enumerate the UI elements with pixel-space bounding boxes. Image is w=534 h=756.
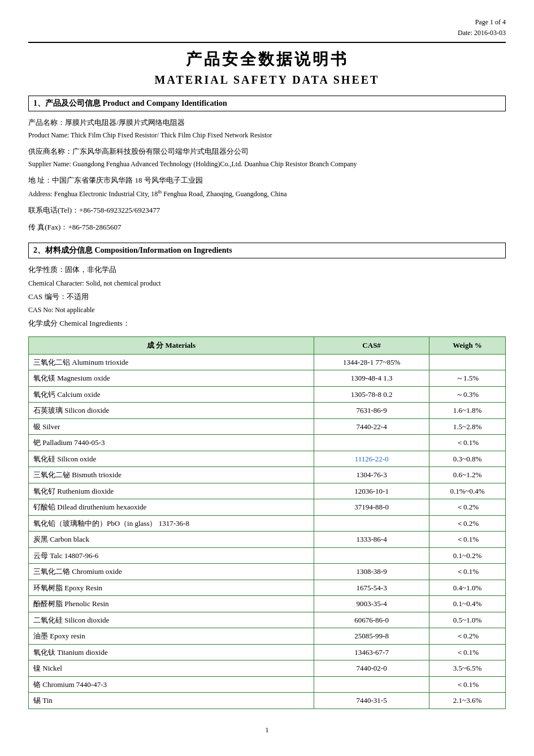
material-cell: 氧化镁 Magnesium oxide xyxy=(29,370,314,387)
cas-cell: 13463-67-7 xyxy=(314,644,429,660)
table-row: 二氧化硅 Silicon dioxide60676-86-00.5~1.0% xyxy=(29,612,506,628)
table-row: 环氧树脂 Epoxy Resin1675-54-30.4~1.0% xyxy=(29,580,506,596)
table-header-row: 成 分 Materials CAS# Weigh % xyxy=(29,336,506,354)
material-cell: 锡 Tin xyxy=(29,693,314,709)
table-row: 三氧化二铋 Bismuth trioxide1304-76-30.6~1.2% xyxy=(29,467,506,483)
cas-cell: 1309-48-4 1.3 xyxy=(314,370,429,387)
table-row: 石英玻璃 Silicon dioxide7631-86-91.6~1.8% xyxy=(29,403,506,419)
cas-cell: 11126-22-0 xyxy=(314,451,429,467)
cas-cell: 1305-78-8 0.2 xyxy=(314,386,429,403)
cas-label-cn: CAS 编号：不适用 xyxy=(28,290,506,304)
address-block: 地 址：中国广东省肇庆市风华路 18 号风华电子工业园 Address: Fen… xyxy=(28,174,506,200)
cas-cell: 60676-86-0 xyxy=(314,612,429,628)
table-row: 钌酸铅 Dilead diruthenium hexaoxide37194-88… xyxy=(29,499,506,516)
material-cell: 二氧化硅 Silicon dioxide xyxy=(29,612,314,628)
chem-char-en: Chemical Character: Solid, not chemical … xyxy=(28,277,506,290)
page: Page 1 of 4 Date: 2016-03-03 产品安全数据说明书 M… xyxy=(0,0,534,756)
product-name-cn: 产品名称：厚膜片式电阻器/厚膜片式网络电阻器 xyxy=(28,116,506,129)
main-title-en: MATERIAL SAFETY DATA SHEET xyxy=(28,74,506,87)
table-row: 氧化钙 Calcium oxide1305-78-8 0.2～0.3% xyxy=(29,386,506,403)
product-name-en: Product Name: Thick Film Chip Fixed Resi… xyxy=(28,129,506,142)
table-row: 氧化铅（玻璃釉中的）PbO（in glass） 1317-36-8＜0.2% xyxy=(29,515,506,532)
weight-cell: 0.4~1.0% xyxy=(429,580,506,596)
table-row: 云母 Talc 14807-96-60.1~0.2% xyxy=(29,547,506,564)
cas-cell xyxy=(314,515,429,532)
table-row: 酚醛树脂 Phenolic Resin9003-35-40.1~0.4% xyxy=(29,596,506,612)
weight-cell: ＜0.2% xyxy=(429,499,506,516)
material-cell: 三氧化二铋 Bismuth trioxide xyxy=(29,467,314,483)
table-row: 钯 Palladium 7440-05-3＜0.1% xyxy=(29,435,506,451)
weight-cell: ～1.5% xyxy=(429,370,506,387)
material-cell: 氧化硅 Silicon oxide xyxy=(29,451,314,467)
table-row: 镍 Nickel7440-02-03.5~6.5% xyxy=(29,660,506,677)
material-cell: 氧化钌 Ruthenium dioxide xyxy=(29,483,314,499)
col-cas: CAS# xyxy=(314,336,429,354)
cas-cell: 9003-35-4 xyxy=(314,596,429,612)
table-row: 锡 Tin7440-31-52.1~3.6% xyxy=(29,693,506,709)
cas-cell: 7440-22-4 xyxy=(314,418,429,435)
material-cell: 钯 Palladium 7440-05-3 xyxy=(29,435,314,451)
table-row: 油墨 Epoxy resin25085-99-8＜0.2% xyxy=(29,628,506,645)
weight-cell: ～0.3% xyxy=(429,386,506,403)
tel-block: 联系电话(Tel)：+86-758-6923225/6923477 xyxy=(28,204,506,217)
cas-cell: 1333-86-4 xyxy=(314,532,429,548)
date-label: Date: 2016-03-03 xyxy=(28,28,506,38)
col-material: 成 分 Materials xyxy=(29,336,314,354)
table-row: 氧化镁 Magnesium oxide1309-48-4 1.3～1.5% xyxy=(29,370,506,387)
tel-label: 联系电话(Tel)：+86-758-6923225/6923477 xyxy=(28,204,506,217)
weight-cell: ＜0.1% xyxy=(429,676,506,693)
table-row: 三氧化二铬 Chromium oxide1308-38-9＜0.1% xyxy=(29,564,506,580)
cas-cell: 1308-38-9 xyxy=(314,564,429,580)
cas-cell: 1304-76-3 xyxy=(314,467,429,483)
table-row: 银 Silver7440-22-41.5~2.8% xyxy=(29,418,506,435)
cas-cell: 25085-99-8 xyxy=(314,628,429,645)
material-cell: 镍 Nickel xyxy=(29,660,314,677)
section1-header: 1、产品及公司信息 Product and Company Identifica… xyxy=(28,96,506,111)
page-number: 1 xyxy=(28,726,506,735)
chem-ing-label: 化学成分 Chemical Ingredients： xyxy=(28,317,506,331)
weight-cell: ＜0.1% xyxy=(429,532,506,548)
supplier-name-block: 供应商名称：广东风华高新科技股份有限公司端华片式电阻器分公司 Supplier … xyxy=(28,145,506,170)
cas-cell: 7440-31-5 xyxy=(314,693,429,709)
header-divider xyxy=(28,42,506,43)
weight-cell: 1.6~1.8% xyxy=(429,403,506,419)
section2-content: 化学性质：固体，非化学品 Chemical Character: Solid, … xyxy=(28,263,506,331)
supplier-name-en: Supplier Name: Guangdong Fenghua Advance… xyxy=(28,158,506,171)
table-row: 氧化钛 Titanium dioxide13463-67-7＜0.1% xyxy=(29,644,506,660)
table-row: 氧化硅 Silicon oxide11126-22-00.3~0.8% xyxy=(29,451,506,467)
weight-cell: 0.5~1.0% xyxy=(429,612,506,628)
weight-cell: 3.5~6.5% xyxy=(429,660,506,677)
cas-cell: 7631-86-9 xyxy=(314,403,429,419)
ingredients-table: 成 分 Materials CAS# Weigh % 三氧化二铝 Aluminu… xyxy=(28,336,506,709)
material-cell: 酚醛树脂 Phenolic Resin xyxy=(29,596,314,612)
weight-cell: 2.1~3.6% xyxy=(429,693,506,709)
supplier-name-cn: 供应商名称：广东风华高新科技股份有限公司端华片式电阻器分公司 xyxy=(28,145,506,158)
material-cell: 炭黑 Carbon black xyxy=(29,532,314,548)
cas-cell: 1675-54-3 xyxy=(314,580,429,596)
material-cell: 氧化钛 Titanium dioxide xyxy=(29,644,314,660)
address-en: Address: Fenghua Electronic Industrial C… xyxy=(28,187,506,201)
weight-cell: 0.1~0.2% xyxy=(429,547,506,564)
material-cell: 铬 Chromium 7440-47-3 xyxy=(29,676,314,693)
weight-cell: ＜0.1% xyxy=(429,435,506,451)
material-cell: 三氧化二铝 Aluminum trioxide xyxy=(29,354,314,370)
product-name-block: 产品名称：厚膜片式电阻器/厚膜片式网络电阻器 Product Name: Thi… xyxy=(28,116,506,141)
weight-cell: ＜0.2% xyxy=(429,628,506,645)
material-cell: 油墨 Epoxy resin xyxy=(29,628,314,645)
cas-cell xyxy=(314,547,429,564)
weight-cell: ＜0.1% xyxy=(429,564,506,580)
material-cell: 三氧化二铬 Chromium oxide xyxy=(29,564,314,580)
weight-cell xyxy=(429,354,506,370)
page-label: Page 1 of 4 xyxy=(28,17,506,28)
chem-char-cn: 化学性质：固体，非化学品 xyxy=(28,263,506,277)
table-row: 三氧化二铝 Aluminum trioxide1344-28-1 77~85% xyxy=(29,354,506,370)
cas-cell: 12036-10-1 xyxy=(314,483,429,499)
weight-cell: 1.5~2.8% xyxy=(429,418,506,435)
weight-cell: ＜0.2% xyxy=(429,515,506,532)
material-cell: 云母 Talc 14807-96-6 xyxy=(29,547,314,564)
cas-cell: 37194-88-0 xyxy=(314,499,429,516)
cas-label-en: CAS No: Not applicable xyxy=(28,304,506,317)
table-row: 氧化钌 Ruthenium dioxide12036-10-10.1%~0.4% xyxy=(29,483,506,499)
weight-cell: 0.1~0.4% xyxy=(429,596,506,612)
cas-cell: 7440-02-0 xyxy=(314,660,429,677)
